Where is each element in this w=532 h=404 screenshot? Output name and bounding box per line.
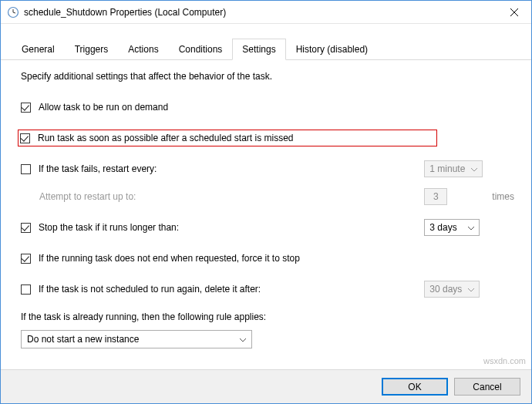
attempt-count-input: 3	[424, 188, 447, 205]
chevron-down-icon	[240, 334, 246, 345]
checkbox-icon	[21, 254, 31, 264]
chevron-down-icon	[471, 163, 477, 174]
stop-if-longer-checkbox[interactable]: Stop the task if it runs longer than:	[21, 222, 179, 233]
settings-panel: Specify additional settings that affect …	[1, 60, 531, 369]
tabstrip: General Triggers Actions Conditions Sett…	[1, 24, 531, 60]
force-stop-label: If the running task does not end when re…	[39, 253, 300, 264]
close-button[interactable]	[497, 1, 531, 24]
run-missed-label: Run task as soon as possible after a sch…	[38, 133, 294, 143]
dialog-footer: OK Cancel	[1, 369, 531, 403]
attempt-label: Attempt to restart up to:	[39, 191, 136, 202]
checkbox-icon	[21, 164, 31, 174]
tab-history[interactable]: History (disabled)	[286, 39, 378, 60]
restart-interval-combo: 1 minute	[424, 160, 483, 177]
delete-after-combo: 30 days	[424, 281, 480, 298]
allow-on-demand-checkbox[interactable]: Allow task to be run on demand	[21, 102, 168, 113]
task-icon	[7, 6, 19, 19]
tab-conditions[interactable]: Conditions	[169, 39, 233, 60]
ok-button[interactable]: OK	[382, 378, 448, 396]
chevron-down-icon	[468, 284, 474, 295]
tab-general[interactable]: General	[12, 39, 65, 60]
rule-combo[interactable]: Do not start a new instance	[21, 330, 252, 348]
delete-after-label: If the task is not scheduled to run agai…	[39, 284, 261, 295]
attempt-suffix: times	[492, 191, 514, 202]
checkbox-icon	[21, 223, 31, 233]
force-stop-checkbox[interactable]: If the running task does not end when re…	[21, 253, 300, 264]
stop-duration-combo[interactable]: 3 days	[424, 219, 480, 236]
cancel-button[interactable]: Cancel	[454, 378, 520, 396]
delete-after-checkbox[interactable]: If the task is not scheduled to run agai…	[21, 284, 261, 295]
watermark: wsxdn.com	[483, 356, 526, 365]
checkbox-icon	[21, 284, 31, 295]
properties-dialog: schedule_Shutdown Properties (Local Comp…	[0, 0, 532, 404]
restart-if-fail-label: If the task fails, restart every:	[39, 163, 157, 174]
tab-triggers[interactable]: Triggers	[65, 39, 119, 60]
checkbox-icon	[20, 133, 30, 143]
titlebar: schedule_Shutdown Properties (Local Comp…	[1, 1, 531, 24]
run-missed-checkbox[interactable]: Run task as soon as possible after a sch…	[20, 133, 294, 143]
chevron-down-icon	[468, 222, 474, 233]
tab-actions[interactable]: Actions	[118, 39, 168, 60]
window-title: schedule_Shutdown Properties (Local Comp…	[24, 7, 497, 18]
restart-if-fail-checkbox[interactable]: If the task fails, restart every:	[21, 163, 157, 174]
stop-if-longer-label: Stop the task if it runs longer than:	[39, 222, 179, 233]
allow-on-demand-label: Allow task to be run on demand	[39, 102, 168, 113]
tab-settings[interactable]: Settings	[232, 39, 285, 60]
intro-text: Specify additional settings that affect …	[21, 71, 514, 82]
checkbox-icon	[21, 103, 31, 113]
rule-label: If the task is already running, then the…	[21, 311, 514, 322]
